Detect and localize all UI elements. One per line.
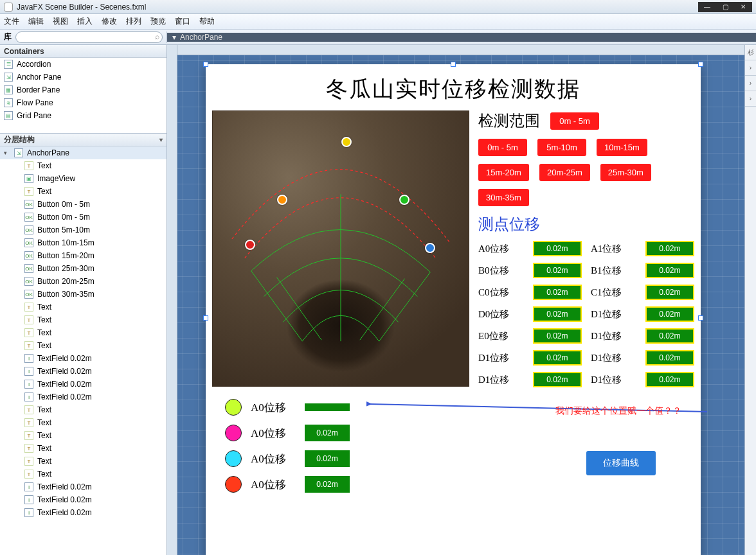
hierarchy-item[interactable]: ITextField 0.02m [0,378,166,391]
design-canvas[interactable]: 冬瓜山实时位移检测数据 [167,45,744,555]
marker-red[interactable] [245,240,255,250]
hierarchy-item[interactable]: TText [0,339,166,352]
displacement-value[interactable]: 0.02m [645,241,694,256]
range-button[interactable]: 5m-10m [537,139,586,156]
displacement-value[interactable]: 0.02m [645,372,694,387]
selection-handle[interactable] [451,62,456,67]
minimize-button[interactable]: — [698,2,716,12]
menu-arrange[interactable]: 排列 [126,16,141,27]
displacement-value[interactable]: 0.02m [533,285,582,300]
hierarchy-header[interactable]: 分层结构 ▾ [0,134,166,146]
hierarchy-item[interactable]: TText [0,468,166,480]
hierarchy-item[interactable]: OKButton 30m-35m [0,288,166,301]
hierarchy-item[interactable]: OKButton 25m-30m [0,262,166,275]
hierarchy-item[interactable]: TText [0,403,166,416]
hierarchy-item[interactable]: ITextField 0.02m [0,365,166,378]
hierarchy-item[interactable]: TText [0,455,166,468]
menu-window[interactable]: 窗口 [175,16,190,27]
displacement-value[interactable]: 0.02m [533,306,582,322]
selection-handle[interactable] [203,62,208,67]
maximize-button[interactable]: ▢ [716,2,734,12]
range-button[interactable]: 0m - 5m [478,139,527,156]
legend-value[interactable]: 0.02m [305,450,350,467]
curve-button[interactable]: 位移曲线 [586,451,656,475]
selection-handle[interactable] [203,315,208,321]
displacement-value[interactable]: 0.02m [645,350,694,366]
menu-modify[interactable]: 修改 [102,16,117,27]
hierarchy-item[interactable]: OKButton 10m-15m [0,236,166,249]
displacement-value[interactable]: 0.02m [645,263,694,278]
marker-orange[interactable] [277,195,287,205]
hierarchy-item[interactable]: TText [0,313,166,326]
hierarchy-item[interactable]: OKButton 0m - 5m [0,198,166,211]
inspector-tab[interactable]: › [745,76,756,91]
close-button[interactable]: ✕ [734,2,752,12]
selection-handle[interactable] [698,315,703,321]
artboard-anchorpane[interactable]: 冬瓜山实时位移检测数据 [206,64,701,555]
breadcrumb-root[interactable]: AnchorPane [180,33,222,42]
displacement-value[interactable]: 0.02m [533,263,582,278]
displacement-value[interactable]: 0.02m [533,372,582,387]
hierarchy-item[interactable]: OKButton 15m-20m [0,249,166,262]
range-button[interactable]: 30m-35m [478,189,529,206]
hierarchy-item[interactable]: OKButton 20m-25m [0,275,166,288]
hierarchy-root[interactable]: ▾ ⇲ AnchorPane [0,146,166,159]
chevron-down-icon[interactable]: ▾ [172,33,176,42]
range-button[interactable]: 0m - 5m [550,112,599,130]
menu-insert[interactable]: 插入 [77,16,93,27]
range-button[interactable]: 10m-15m [597,139,647,156]
range-button[interactable]: 25m-30m [600,164,651,181]
hierarchy-item[interactable]: ITextField 0.02m [0,506,166,519]
hierarchy-item[interactable]: OKButton 5m-10m [0,224,166,236]
button-icon: OK [24,213,33,222]
inspector-tab[interactable]: › [745,60,756,76]
inspector-tab[interactable]: 杉 [745,45,756,60]
hierarchy-item[interactable]: TText [0,326,166,339]
menu-file[interactable]: 文件 [4,16,19,27]
menu-view[interactable]: 视图 [53,16,68,27]
displacement-value[interactable]: 0.02m [533,328,582,344]
hierarchy-item[interactable]: TText [0,429,166,442]
displacement-value[interactable]: 0.02m [645,285,694,300]
displacement-value[interactable]: 0.02m [645,306,694,322]
lib-gridpane[interactable]: ▤Grid Pane [0,109,166,122]
search-input[interactable] [15,31,163,43]
hierarchy-item[interactable]: ITextField 0.02m [0,493,166,506]
marker-yellow[interactable] [341,137,352,147]
hierarchy-tree[interactable]: ▾ ⇲ AnchorPane TText▣ImageViewTTextOKBut… [0,146,166,555]
disclosure-icon[interactable]: ▾ [4,150,10,156]
selection-handle[interactable] [698,62,703,67]
displacement-value[interactable]: 0.02m [645,328,694,344]
hierarchy-item[interactable]: TText [0,442,166,455]
hierarchy-item[interactable]: TText [0,416,166,429]
hierarchy-item[interactable]: TText [0,301,166,313]
marker-green[interactable] [399,195,410,205]
lib-accordion[interactable]: ☰Accordion [0,58,166,71]
chevron-down-icon[interactable]: ▾ [159,136,163,143]
menu-preview[interactable]: 预览 [150,16,166,27]
hierarchy-item[interactable]: ITextField 0.02m [0,352,166,365]
library-section-header[interactable]: Containers [0,45,166,58]
legend-value[interactable]: 0.02m [305,425,350,441]
hierarchy-item[interactable]: ▣ImageView [0,172,166,185]
menu-edit[interactable]: 编辑 [28,16,44,27]
marker-blue[interactable] [425,243,435,253]
lib-flowpane[interactable]: ≋Flow Pane [0,96,166,109]
hierarchy-item[interactable]: TText [0,159,166,172]
lib-borderpane[interactable]: ▦Border Pane [0,84,166,96]
hierarchy-item[interactable]: TText [0,185,166,198]
hierarchy-item[interactable]: OKButton 0m - 5m [0,211,166,224]
legend-value[interactable] [305,403,350,411]
menu-help[interactable]: 帮助 [199,16,215,27]
inspector-panel-collapsed[interactable]: 杉 › › › [744,45,756,555]
displacement-value[interactable]: 0.02m [533,350,582,366]
range-button[interactable]: 20m-25m [539,164,590,181]
legend-value[interactable]: 0.02m [305,476,350,493]
hierarchy-item[interactable]: ITextField 0.02m [0,391,166,403]
hierarchy-item[interactable]: ITextField 0.02m [0,480,166,493]
range-button[interactable]: 15m-20m [478,164,529,181]
cave-imageview[interactable] [212,110,469,387]
inspector-tab[interactable]: › [745,91,756,107]
lib-anchorpane[interactable]: ⇲Anchor Pane [0,71,166,84]
displacement-value[interactable]: 0.02m [533,241,582,256]
